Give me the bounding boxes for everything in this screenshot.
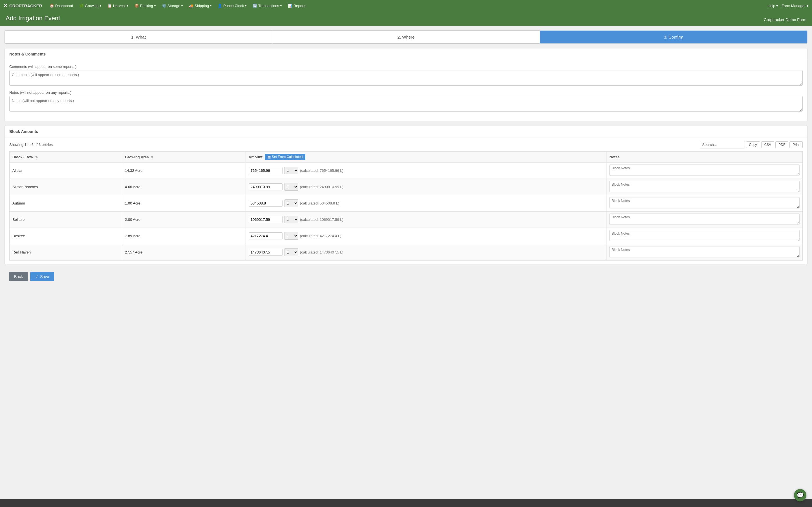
table-icon: ▦	[267, 155, 271, 159]
cell-amount: L mL gal (calculated: 534508.8 L)	[246, 195, 606, 212]
cell-notes	[606, 163, 803, 179]
set-from-calculated-button[interactable]: ▦ Set From Calculated	[265, 154, 305, 160]
nav-icon: 📋	[107, 4, 112, 8]
nav-item-packing[interactable]: 📦Packing▾	[132, 1, 158, 10]
calculated-text-4: (calculated: 4217274.4 L)	[300, 234, 342, 238]
brand-name: CROPTRACKER	[9, 3, 42, 8]
cell-block: Autumn	[10, 195, 122, 212]
sort-area-icon[interactable]: ⇅	[151, 156, 153, 159]
data-table: Block / Row ⇅ Growing Area ⇅ Amount ▦	[9, 151, 803, 261]
sort-block-icon[interactable]: ⇅	[35, 156, 38, 159]
cell-block: Desiree	[10, 228, 122, 244]
cell-amount: L mL gal (calculated: 1069017.59 L)	[246, 212, 606, 228]
table-row: Bellaire 2.00 Acre L mL gal (calculated:…	[10, 212, 803, 228]
nav-item-shipping[interactable]: 🚚Shipping▾	[186, 1, 214, 10]
cell-growing-area: 2.00 Acre	[122, 212, 246, 228]
dropdown-arrow: ▾	[154, 4, 156, 7]
table-actions: Copy CSV PDF Print	[700, 141, 803, 149]
nav-items: 🏠Dashboard🌿Growing▾📋Harvest▾📦Packing▾⚙️S…	[47, 1, 768, 10]
dropdown-arrow: ▾	[181, 4, 183, 7]
cell-block: Allstar	[10, 163, 122, 179]
csv-button[interactable]: CSV	[761, 142, 774, 148]
notes-input-4[interactable]	[609, 230, 800, 241]
table-row: Red Haven 27.57 Acre L mL gal (calculate…	[10, 244, 803, 261]
table-toolbar: Showing 1 to 6 of 6 entries Copy CSV PDF…	[9, 141, 803, 149]
wizard-steps: 1. What2. Where3. Confirm	[4, 31, 808, 44]
dropdown-arrow: ▾	[210, 4, 211, 7]
notes-input-5[interactable]	[609, 246, 800, 258]
notes-card-header: Notes & Comments	[5, 48, 807, 60]
farm-name: Croptracker Demo Farm	[764, 17, 806, 22]
cell-growing-area: 7.89 Acre	[122, 228, 246, 244]
nav-item-storage[interactable]: ⚙️Storage▾	[159, 1, 186, 10]
wizard-step-2.-where[interactable]: 2. Where	[272, 31, 540, 43]
notes-input-2[interactable]	[609, 197, 800, 209]
search-input[interactable]	[700, 141, 745, 149]
notes-card-body: Comments (will appear on some reports.) …	[5, 60, 807, 121]
nav-label: Storage	[167, 4, 181, 8]
nav-item-punch-clock[interactable]: 👤Punch Clock▾	[215, 1, 249, 10]
comments-label: Comments (will appear on some reports.)	[9, 64, 803, 69]
col-growing-area: Growing Area ⇅	[122, 152, 246, 163]
wizard-step-1.-what[interactable]: 1. What	[5, 31, 272, 43]
amount-input-2[interactable]	[249, 200, 283, 207]
calculated-text-3: (calculated: 1069017.59 L)	[300, 217, 343, 222]
notes-textarea[interactable]	[9, 96, 803, 112]
copy-button[interactable]: Copy	[746, 142, 760, 148]
nav-label: Shipping	[195, 4, 209, 8]
nav-item-harvest[interactable]: 📋Harvest▾	[105, 1, 131, 10]
amount-input-1[interactable]	[249, 183, 283, 190]
comments-textarea[interactable]	[9, 70, 803, 86]
nav-item-reports[interactable]: 📊Reports	[285, 1, 309, 10]
unit-select-0[interactable]: L mL gal	[284, 167, 298, 174]
page-title: Add Irrigation Event	[6, 15, 60, 22]
notes-input-0[interactable]	[609, 165, 800, 176]
notes-card: Notes & Comments Comments (will appear o…	[4, 48, 808, 121]
table-row: Autumn 1.00 Acre L mL gal (calculated: 5…	[10, 195, 803, 212]
amount-input-4[interactable]	[249, 232, 283, 239]
wizard-step-3.-confirm[interactable]: 3. Confirm	[540, 31, 807, 43]
amount-input-3[interactable]	[249, 216, 283, 223]
nav-item-transactions[interactable]: 🔄Transactions▾	[250, 1, 285, 10]
calculated-text-5: (calculated: 14736407.5 L)	[300, 250, 343, 255]
amount-input-0[interactable]	[249, 167, 283, 174]
cell-amount: L mL gal (calculated: 2490810.99 L)	[246, 179, 606, 195]
col-notes: Notes	[606, 152, 803, 163]
help-link[interactable]: Help ▾	[768, 4, 778, 8]
brand[interactable]: ✕ CROPTRACKER	[3, 3, 42, 9]
nav-icon: ⚙️	[162, 4, 166, 8]
table-row: Allstar Peaches 4.66 Acre L mL gal (calc…	[10, 179, 803, 195]
cell-growing-area: 14.32 Acre	[122, 163, 246, 179]
unit-select-4[interactable]: L mL gal	[284, 232, 298, 240]
cell-amount: L mL gal (calculated: 14736407.5 L)	[246, 244, 606, 261]
notes-input-3[interactable]	[609, 214, 800, 225]
nav-icon: 🌿	[79, 4, 84, 8]
back-button[interactable]: Back	[9, 272, 28, 281]
nav-item-dashboard[interactable]: 🏠Dashboard	[47, 1, 76, 10]
cell-amount: L mL gal (calculated: 4217274.4 L)	[246, 228, 606, 244]
nav-item-growing[interactable]: 🌿Growing▾	[77, 1, 104, 10]
unit-select-2[interactable]: L mL gal	[284, 200, 298, 207]
nav-label: Punch Clock	[223, 4, 244, 8]
pdf-button[interactable]: PDF	[775, 142, 788, 148]
unit-select-3[interactable]: L mL gal	[284, 216, 298, 223]
notes-input-1[interactable]	[609, 181, 800, 192]
print-button[interactable]: Print	[790, 142, 803, 148]
unit-select-5[interactable]: L mL gal	[284, 248, 298, 256]
dropdown-arrow: ▾	[280, 4, 282, 7]
nav-label: Transactions	[258, 4, 279, 8]
unit-select-1[interactable]: L mL gal	[284, 183, 298, 191]
notes-label: Notes (will not appear on any reports.)	[9, 91, 803, 95]
nav-label: Growing	[85, 4, 98, 8]
comments-group: Comments (will appear on some reports.)	[9, 64, 803, 87]
farm-manager-link[interactable]: Farm Manager ▾	[781, 4, 809, 8]
dropdown-arrow: ▾	[100, 4, 101, 7]
nav-label: Reports	[294, 4, 306, 8]
amount-input-5[interactable]	[249, 249, 283, 256]
cell-notes	[606, 195, 803, 212]
cell-block: Red Haven	[10, 244, 122, 261]
save-button[interactable]: ✓ Save	[30, 272, 54, 281]
bottom-actions: Back ✓ Save	[4, 269, 808, 284]
cell-notes	[606, 212, 803, 228]
chat-button[interactable]: 💬	[794, 489, 806, 501]
